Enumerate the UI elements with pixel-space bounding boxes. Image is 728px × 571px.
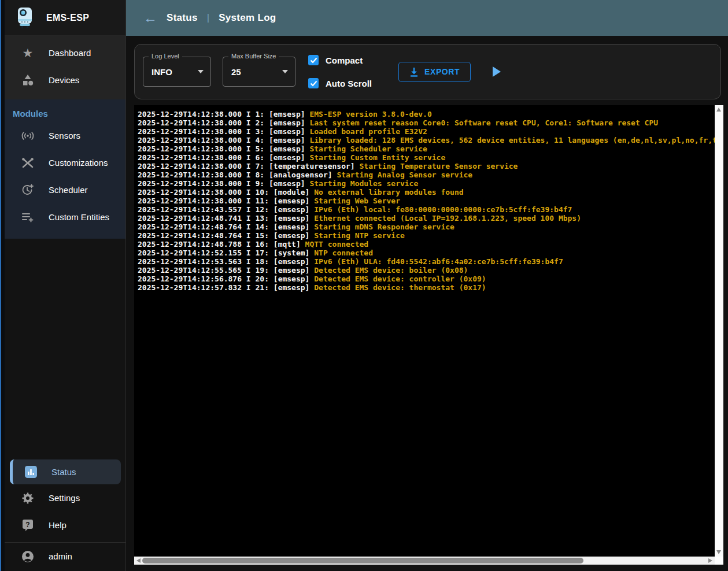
app-logo-row: EMS-ESP (5, 0, 125, 36)
scroll-down-icon[interactable] (716, 550, 721, 554)
log-line: 2025-12-29T14:12:53.563 I 18: [emsesp] I… (138, 257, 715, 266)
log-line: 2025-12-29T14:12:55.565 I 19: [emsesp] D… (138, 266, 715, 275)
sidebar-item-label: admin (49, 551, 72, 561)
sidebar-item-label: Sensors (49, 131, 80, 140)
sidebar-item-label: Custom Entities (49, 212, 109, 222)
max-buffer-size-select[interactable]: Max Buffer Size 25 (223, 57, 295, 87)
log-line: 2025-12-29T14:12:38.000 I 4: [emsesp] Li… (138, 136, 715, 144)
page-title: System Log (219, 12, 276, 24)
log-line: 2025-12-29T14:12:38.000 I 11: [emsesp] S… (138, 196, 715, 205)
log-line: 2025-12-29T14:12:38.000 I 9: [emsesp] St… (138, 179, 715, 188)
log-line: 2025-12-29T14:12:48.764 I 14: [emsesp] S… (138, 223, 715, 231)
chevron-down-icon (198, 70, 204, 73)
auto-scroll-checkbox-row[interactable]: Auto Scroll (308, 78, 372, 88)
modules-section-label: Modules (5, 102, 125, 122)
tools-icon (21, 157, 35, 169)
download-icon (409, 67, 419, 77)
log-lines: 2025-12-29T14:12:38.000 I 1: [emsesp] EM… (134, 105, 715, 557)
sidebar-item-label: Customizations (49, 158, 108, 168)
sidebar-item-help[interactable]: ? Help (5, 511, 125, 539)
compact-label: Compact (326, 55, 363, 65)
log-line: 2025-12-29T14:12:43.557 I 12: [emsesp] I… (138, 205, 715, 214)
log-level-label: Log Level (149, 53, 182, 60)
auto-scroll-checkbox[interactable] (308, 78, 319, 88)
scroll-left-icon[interactable] (136, 558, 141, 563)
log-line: 2025-12-29T14:12:38.000 I 3: [emsesp] Lo… (138, 127, 715, 136)
log-line: 2025-12-29T14:12:57.832 I 21: [emsesp] D… (138, 283, 715, 292)
svg-text:?: ? (25, 521, 29, 529)
sidebar-item-label: Help (49, 520, 66, 530)
app-header: ← Status | System Log (126, 0, 728, 36)
log-line: 2025-12-29T14:12:52.155 I 17: [system] N… (138, 249, 715, 257)
sidebar-item-sensors[interactable]: Sensors (5, 122, 125, 149)
sidebar-item-status[interactable]: Status (10, 459, 121, 484)
scroll-right-icon[interactable] (708, 558, 712, 563)
boiler-logo-icon (15, 6, 35, 29)
sidebar-item-label: Status (51, 467, 76, 477)
log-line: 2025-12-29T14:12:38.000 I 5: [emsesp] St… (138, 144, 715, 153)
compact-checkbox-row[interactable]: Compact (308, 55, 372, 65)
max-buffer-size-label: Max Buffer Size (228, 53, 279, 60)
vertical-scrollbar[interactable] (715, 105, 723, 557)
sidebar-item-dashboard[interactable]: ★ Dashboard (5, 39, 125, 66)
system-log-viewer[interactable]: 2025-12-29T14:12:38.000 I 1: [emsesp] EM… (134, 105, 723, 565)
log-line: 2025-12-29T14:12:38.000 I 1: [emsesp] EM… (138, 110, 715, 118)
sidebar-modules-section: Modules Sensors (5, 99, 125, 239)
scrollbar-corner (715, 557, 723, 565)
log-line: 2025-12-29T14:12:48.741 I 13: [emsesp] E… (138, 214, 715, 223)
sidebar-item-label: Dashboard (49, 48, 91, 58)
help-icon: ? (21, 519, 35, 531)
max-buffer-size-value: 25 (231, 67, 275, 77)
page-content: Log Level INFO Max Buffer Size 25 Compac… (126, 36, 728, 571)
export-button[interactable]: EXPORT (398, 62, 471, 82)
log-line: 2025-12-29T14:12:38.000 I 10: [module] N… (138, 188, 715, 196)
sidebar-item-scheduler[interactable]: Scheduler (5, 176, 125, 203)
account-icon (21, 550, 35, 563)
sidebar-bottom-nav: Status Settings (5, 459, 125, 571)
horizontal-scrollbar-thumb[interactable] (142, 558, 583, 563)
horizontal-scrollbar[interactable] (134, 557, 715, 565)
sidebar-item-label: Devices (49, 75, 79, 85)
compact-checkbox[interactable] (308, 55, 319, 65)
app-title: EMS-ESP (46, 13, 89, 23)
checkbox-column: Compact Auto Scroll (308, 55, 372, 88)
back-arrow-icon[interactable]: ← (143, 11, 161, 25)
custom-entities-icon (21, 212, 35, 223)
log-controls-panel: Log Level INFO Max Buffer Size 25 Compac… (134, 44, 721, 99)
play-icon[interactable] (493, 66, 501, 77)
sidebar-item-settings[interactable]: Settings (5, 484, 125, 511)
chevron-down-icon (282, 70, 288, 73)
header-separator: | (204, 12, 213, 24)
sidebar-item-custom-entities[interactable]: Custom Entities (5, 203, 125, 231)
screen-edge-strip (0, 0, 5, 571)
log-line: 2025-12-29T14:12:38.000 I 7: [temperatur… (138, 162, 715, 170)
sidebar-item-devices[interactable]: Devices (5, 66, 125, 94)
header-section-title: Status (167, 12, 198, 24)
log-line: 2025-12-29T14:12:38.000 I 2: [emsesp] La… (138, 118, 715, 127)
main-column: ← Status | System Log Log Level INFO Max… (126, 0, 728, 571)
sidebar: EMS-ESP ★ Dashboard Devices Modules (5, 0, 126, 571)
scheduler-icon (21, 184, 35, 196)
sidebar-item-admin[interactable]: admin (5, 543, 125, 570)
log-line: 2025-12-29T14:12:38.000 I 8: [analogsens… (138, 170, 715, 179)
bar-chart-icon (24, 466, 38, 478)
log-level-value: INFO (151, 67, 191, 77)
scroll-up-icon[interactable] (716, 107, 721, 112)
sidebar-item-customizations[interactable]: Customizations (5, 149, 125, 176)
star-icon: ★ (21, 47, 35, 59)
auto-scroll-label: Auto Scroll (326, 79, 372, 88)
devices-icon (21, 75, 35, 86)
sidebar-item-label: Settings (49, 493, 80, 503)
log-line: 2025-12-29T14:12:48.788 I 16: [mqtt] MQT… (138, 240, 715, 249)
app-root: EMS-ESP ★ Dashboard Devices Modules (0, 0, 728, 571)
sidebar-main-nav: ★ Dashboard Devices (5, 36, 125, 99)
log-line: 2025-12-29T14:12:38.000 I 6: [emsesp] St… (138, 153, 715, 162)
log-line: 2025-12-29T14:12:48.764 I 15: [emsesp] S… (138, 231, 715, 240)
log-line: 2025-12-29T14:12:56.876 I 20: [emsesp] D… (138, 275, 715, 283)
export-button-label: EXPORT (424, 67, 460, 76)
gear-icon (21, 492, 35, 505)
sensors-icon (21, 131, 35, 140)
log-level-select[interactable]: Log Level INFO (143, 57, 211, 87)
sidebar-item-label: Scheduler (49, 185, 88, 195)
sidebar-spacer (5, 239, 125, 459)
